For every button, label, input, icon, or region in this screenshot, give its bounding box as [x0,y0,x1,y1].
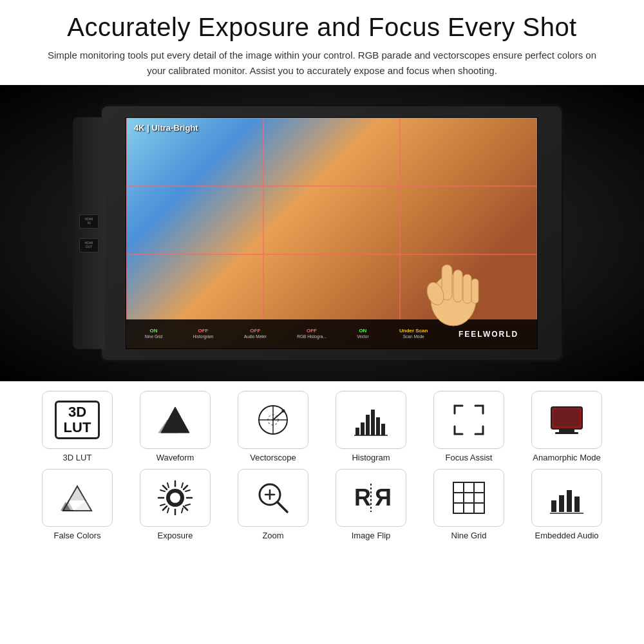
monitor-section: HDMIIN HDMIOUT 4K | Ultra-Bright [0,85,644,381]
screen-brand: FEELWORLD [459,330,518,339]
svg-rect-2 [453,270,462,302]
zoom-icon [252,477,294,518]
exposure-icon [155,477,196,518]
subtitle: Simple monitoring tools put every detail… [45,48,599,79]
focus-assist-icon-box [433,391,504,449]
svg-line-50 [278,502,287,512]
anamorphic-icon [546,399,587,440]
btn-scan-mode: Under Scan Scan Mode [399,328,428,340]
svg-marker-28 [68,486,86,500]
zoom-label: Zoom [262,531,283,540]
btn-nine-grid: ON Nine Grid [145,328,162,340]
feature-zoom: Zoom [228,469,318,540]
histogram-label: Histogram [352,453,390,462]
btn-rgb-histogram: OFF RGB Histogra... [297,328,327,340]
vectorscope-icon-box [238,391,308,449]
waveform-icon [155,399,196,440]
feature-embedded-audio: Embedded Audio [522,469,612,540]
svg-rect-23 [559,429,574,432]
focus-assist-icon [448,399,489,440]
svg-rect-3 [463,274,471,303]
image-flip-icon: R R [350,477,392,518]
svg-rect-25 [554,410,580,426]
focus-assist-label: Focus Assist [446,453,493,462]
waveform-icon-box [140,391,211,449]
btn-audio-meter: OFF Audio Meter [244,328,267,340]
histogram-icon-box [336,391,406,449]
exposure-icon-box [140,469,211,527]
svg-line-36 [163,486,167,489]
svg-rect-4 [471,279,478,303]
svg-point-13 [282,410,285,413]
grid-cell [263,118,401,186]
svg-text:R: R [375,484,392,511]
waveform-label: Waveform [156,453,194,462]
false-colors-label: False Colors [54,531,101,540]
svg-rect-62 [559,495,564,512]
false-colors-icon [57,477,98,518]
feature-histogram: Histogram [326,391,416,462]
svg-line-45 [167,508,169,513]
features-section: 3DLUT 3D LUT Waveform [0,381,644,644]
feature-vectorscope: Vectorscope [228,391,318,462]
embedded-audio-label: Embedded Audio [535,531,598,540]
histogram-icon [350,399,392,440]
svg-rect-18 [371,410,375,435]
page-wrapper: Accurately Exposure and Focus Every Shot… [0,0,644,644]
svg-line-38 [184,486,187,489]
svg-rect-19 [376,417,380,435]
feature-exposure: Exposure [130,469,220,540]
feature-image-flip: R R Image Flip [326,469,416,540]
svg-line-44 [182,483,183,488]
svg-rect-16 [361,422,365,435]
image-flip-icon-box: R R [336,469,406,527]
image-flip-label: Image Flip [352,531,391,540]
btn-histogram: OFF Historgram [193,328,214,340]
anamorphic-icon-box [531,391,602,449]
3d-lut-label: 3D LUT [63,453,92,462]
feature-anamorphic: Anamorphic Mode [522,391,612,462]
svg-point-48 [170,493,180,503]
embedded-audio-icon [546,477,587,518]
svg-line-12 [273,411,283,420]
svg-line-39 [163,506,167,510]
main-title: Accurately Exposure and Focus Every Shot [26,12,618,43]
monitor-body: HDMIIN HDMIOUT 4K | Ultra-Bright [100,104,564,362]
header-section: Accurately Exposure and Focus Every Shot… [0,0,644,85]
grid-cell [126,118,263,186]
anamorphic-label: Anamorphic Mode [533,453,601,462]
vectorscope-label: Vectorscope [250,453,296,462]
svg-rect-56 [453,482,484,513]
3d-lut-icon-box: 3DLUT [42,391,113,449]
svg-line-42 [160,490,165,491]
vectorscope-icon [252,399,294,440]
embedded-audio-icon-box [531,469,602,527]
hand-icon [408,245,498,329]
nine-grid-icon [448,477,489,518]
svg-marker-29 [73,500,91,511]
svg-rect-20 [381,424,385,435]
svg-rect-17 [366,415,370,435]
port-hdmi-in: HDMIIN [79,214,99,229]
grid-cell [263,254,401,323]
feature-nine-grid: Nine Grid [424,469,514,540]
svg-line-46 [185,490,190,491]
false-colors-icon-box [42,469,113,527]
btn-vector: ON Vector [357,328,368,340]
svg-line-43 [185,504,190,506]
svg-text:R: R [354,484,371,511]
grid-cell [263,186,401,254]
svg-line-47 [160,504,165,506]
svg-rect-64 [574,497,580,512]
zoom-icon-box [238,469,308,527]
port-hdmi-out: HDMIOUT [79,238,99,252]
svg-line-40 [167,483,169,488]
svg-line-37 [184,506,187,510]
features-row-2: False Colors [13,469,631,540]
nine-grid-icon-box [433,469,504,527]
monitor-container: HDMIIN HDMIOUT 4K | Ultra-Bright [71,98,573,368]
monitor-side: HDMIIN HDMIOUT [73,117,105,349]
grid-cell [400,118,537,186]
grid-cell [126,186,263,254]
exposure-label: Exposure [158,531,193,540]
